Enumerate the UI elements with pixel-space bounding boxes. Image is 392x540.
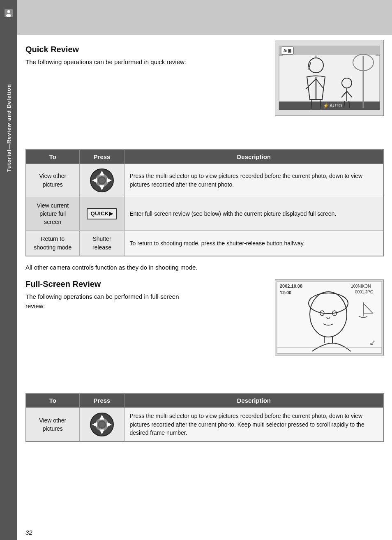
quick-review-section: Quick Review The following operations ca… [25, 35, 384, 272]
svg-rect-5 [279, 46, 380, 55]
row1-press [79, 164, 125, 197]
page-number: 32 [25, 529, 32, 536]
full-screen-review-section: Full-Screen Review The following operati… [25, 279, 384, 442]
top-bar [17, 0, 392, 35]
multi-selector-icon [90, 168, 114, 193]
quick-button: QUICK▶ [87, 208, 118, 220]
table1-header-desc: Description [125, 150, 383, 164]
svg-rect-4 [279, 46, 380, 110]
svg-point-2 [6, 14, 11, 17]
camera-illustration-1: Ai▣ ⚡ AUTO [275, 40, 384, 116]
table1-header-press: Press [79, 150, 125, 164]
quick-review-table-container: To Press Description View other pictures [25, 149, 384, 256]
row3-desc: To return to shooting mode, press the sh… [125, 231, 383, 256]
svg-text:↙: ↙ [369, 339, 376, 347]
svg-text:Ai▣: Ai▣ [284, 48, 291, 53]
quick-review-intro-block: The following operations can be performe… [25, 58, 198, 67]
table2-header-desc: Description [125, 393, 383, 408]
svg-text:2002.10.08: 2002.10.08 [280, 284, 302, 288]
table1-header-to: To [26, 150, 79, 164]
camera-illustration-2: 2002.10.08 12:00 100NIKON 0001.JPG [275, 279, 384, 355]
main-content: Quick Review The following operations ca… [25, 35, 384, 532]
fs-row1-desc: Press the multi selector up to view pict… [125, 408, 383, 441]
svg-point-1 [7, 10, 10, 13]
row1-desc: Press the multi selector up to view pict… [125, 164, 383, 197]
fs-row1-to: View other pictures [26, 408, 79, 441]
table-row: Return to shooting mode Shutter release … [26, 231, 383, 256]
between-sections-text: All other camera controls function as th… [25, 263, 384, 272]
person-icon [4, 8, 14, 18]
fullscreen-header: Full-Screen Review The following operati… [25, 279, 384, 311]
quick-review-table: To Press Description View other pictures [25, 149, 384, 256]
row2-desc: Enter full-screen review (see below) wit… [125, 197, 383, 231]
svg-text:0001.JPG: 0001.JPG [355, 290, 374, 294]
table-row: View other pictures [26, 164, 383, 197]
row2-to: View current picture full screen [26, 197, 79, 231]
row3-to: Return to shooting mode [26, 231, 79, 256]
svg-text:100NIKON: 100NIKON [351, 284, 371, 288]
multi-selector-icon-2 [90, 412, 114, 437]
sidebar: Tutorial—Review and Deletion [0, 0, 17, 540]
fs-row1-press [79, 408, 125, 441]
fullscreen-review-intro-block: The following operations can be performe… [25, 292, 198, 311]
table-row: View current picture full screen QUICK▶ … [26, 197, 383, 231]
table-row: View other pictures [26, 408, 383, 441]
row1-to: View other pictures [26, 164, 79, 197]
row3-press: Shutter release [79, 231, 125, 256]
row2-press: QUICK▶ [79, 197, 125, 231]
svg-point-35 [99, 178, 105, 183]
quick-review-intro: The following operations can be performe… [25, 58, 198, 67]
table2-header-press: Press [79, 393, 125, 408]
fullscreen-review-table: To Press Description View other pictures [25, 393, 384, 442]
svg-text:⚡ AUTO: ⚡ AUTO [323, 103, 342, 108]
sidebar-label: Tutorial—Review and Deletion [6, 84, 12, 172]
svg-text:12:00: 12:00 [280, 290, 291, 295]
fullscreen-review-intro: The following operations can be performe… [25, 292, 198, 311]
table2-header-to: To [26, 393, 79, 408]
svg-point-60 [99, 422, 105, 427]
fullscreen-table-container: To Press Description View other pictures [25, 393, 384, 442]
